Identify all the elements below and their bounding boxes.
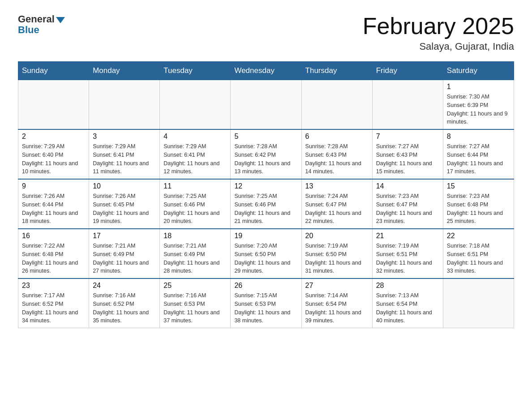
calendar-day-cell (18, 80, 89, 130)
day-info: Sunrise: 7:16 AMSunset: 6:53 PMDaylight:… (163, 291, 227, 325)
calendar-day-cell (372, 80, 443, 130)
day-number: 3 (93, 133, 156, 141)
day-number: 7 (376, 133, 439, 141)
calendar-day-cell: 3Sunrise: 7:29 AMSunset: 6:41 PMDaylight… (89, 129, 160, 179)
day-number: 11 (163, 182, 227, 190)
day-info: Sunrise: 7:22 AMSunset: 6:48 PMDaylight:… (22, 242, 85, 275)
day-info: Sunrise: 7:15 AMSunset: 6:53 PMDaylight:… (234, 291, 297, 325)
day-number: 26 (234, 282, 297, 290)
day-info: Sunrise: 7:29 AMSunset: 6:40 PMDaylight:… (22, 142, 85, 176)
day-number: 8 (447, 133, 510, 141)
weekday-header-wednesday: Wednesday (231, 62, 301, 80)
weekday-header-monday: Monday (89, 62, 160, 80)
day-number: 25 (163, 282, 227, 290)
day-info: Sunrise: 7:13 AMSunset: 6:54 PMDaylight:… (376, 291, 439, 325)
calendar-week-row: 16Sunrise: 7:22 AMSunset: 6:48 PMDayligh… (18, 229, 514, 278)
calendar-day-cell: 18Sunrise: 7:21 AMSunset: 6:49 PMDayligh… (160, 229, 231, 278)
day-info: Sunrise: 7:27 AMSunset: 6:44 PMDaylight:… (447, 142, 510, 176)
day-info: Sunrise: 7:23 AMSunset: 6:47 PMDaylight:… (376, 192, 439, 226)
calendar-day-cell: 5Sunrise: 7:28 AMSunset: 6:42 PMDaylight… (231, 129, 301, 179)
calendar-week-row: 1Sunrise: 7:30 AMSunset: 6:39 PMDaylight… (18, 80, 514, 130)
weekday-header-tuesday: Tuesday (160, 62, 231, 80)
day-info: Sunrise: 7:28 AMSunset: 6:42 PMDaylight:… (234, 142, 297, 176)
month-title: February 2025 (363, 13, 514, 39)
calendar-day-cell: 17Sunrise: 7:21 AMSunset: 6:49 PMDayligh… (89, 229, 160, 278)
logo-arrow-icon (56, 17, 65, 23)
day-number: 21 (376, 232, 439, 240)
day-number: 17 (93, 232, 156, 240)
calendar-day-cell: 23Sunrise: 7:17 AMSunset: 6:52 PMDayligh… (18, 278, 89, 328)
calendar-week-row: 9Sunrise: 7:26 AMSunset: 6:44 PMDaylight… (18, 179, 514, 229)
calendar-day-cell: 6Sunrise: 7:28 AMSunset: 6:43 PMDaylight… (301, 129, 372, 179)
day-number: 24 (93, 282, 156, 290)
day-number: 14 (376, 182, 439, 190)
weekday-header-saturday: Saturday (443, 62, 514, 80)
calendar-day-cell: 25Sunrise: 7:16 AMSunset: 6:53 PMDayligh… (160, 278, 231, 328)
calendar-day-cell (231, 80, 301, 130)
day-info: Sunrise: 7:21 AMSunset: 6:49 PMDaylight:… (163, 242, 227, 275)
weekday-header-friday: Friday (372, 62, 443, 80)
calendar-day-cell: 15Sunrise: 7:23 AMSunset: 6:48 PMDayligh… (443, 179, 514, 229)
day-info: Sunrise: 7:17 AMSunset: 6:52 PMDaylight:… (22, 291, 85, 325)
day-number: 16 (22, 232, 85, 240)
calendar-day-cell: 27Sunrise: 7:14 AMSunset: 6:54 PMDayligh… (301, 278, 372, 328)
day-number: 5 (234, 133, 297, 141)
weekday-header-row: SundayMondayTuesdayWednesdayThursdayFrid… (18, 62, 514, 80)
day-info: Sunrise: 7:25 AMSunset: 6:46 PMDaylight:… (163, 192, 227, 226)
calendar-day-cell: 1Sunrise: 7:30 AMSunset: 6:39 PMDaylight… (443, 80, 514, 130)
calendar-week-row: 2Sunrise: 7:29 AMSunset: 6:40 PMDaylight… (18, 129, 514, 179)
calendar-day-cell: 26Sunrise: 7:15 AMSunset: 6:53 PMDayligh… (231, 278, 301, 328)
calendar-day-cell: 8Sunrise: 7:27 AMSunset: 6:44 PMDaylight… (443, 129, 514, 179)
day-number: 13 (305, 182, 369, 190)
day-info: Sunrise: 7:19 AMSunset: 6:51 PMDaylight:… (376, 242, 439, 275)
day-number: 18 (163, 232, 227, 240)
day-number: 6 (305, 133, 369, 141)
calendar-day-cell: 16Sunrise: 7:22 AMSunset: 6:48 PMDayligh… (18, 229, 89, 278)
day-info: Sunrise: 7:19 AMSunset: 6:50 PMDaylight:… (305, 242, 369, 275)
day-info: Sunrise: 7:18 AMSunset: 6:51 PMDaylight:… (447, 242, 510, 275)
day-number: 2 (22, 133, 85, 141)
logo: General Blue (18, 13, 65, 36)
calendar-day-cell (160, 80, 231, 130)
calendar-day-cell: 24Sunrise: 7:16 AMSunset: 6:52 PMDayligh… (89, 278, 160, 328)
calendar-day-cell: 20Sunrise: 7:19 AMSunset: 6:50 PMDayligh… (301, 229, 372, 278)
day-info: Sunrise: 7:24 AMSunset: 6:47 PMDaylight:… (305, 192, 369, 226)
day-number: 28 (376, 282, 439, 290)
weekday-header-thursday: Thursday (301, 62, 372, 80)
calendar-day-cell: 7Sunrise: 7:27 AMSunset: 6:43 PMDaylight… (372, 129, 443, 179)
day-number: 4 (163, 133, 227, 141)
calendar-day-cell: 4Sunrise: 7:29 AMSunset: 6:41 PMDaylight… (160, 129, 231, 179)
logo-general-text: General (18, 13, 55, 25)
calendar-week-row: 23Sunrise: 7:17 AMSunset: 6:52 PMDayligh… (18, 278, 514, 328)
day-info: Sunrise: 7:26 AMSunset: 6:44 PMDaylight:… (22, 192, 85, 226)
calendar-day-cell: 12Sunrise: 7:25 AMSunset: 6:46 PMDayligh… (231, 179, 301, 229)
calendar-day-cell: 28Sunrise: 7:13 AMSunset: 6:54 PMDayligh… (372, 278, 443, 328)
calendar-day-cell: 19Sunrise: 7:20 AMSunset: 6:50 PMDayligh… (231, 229, 301, 278)
day-number: 23 (22, 282, 85, 290)
day-info: Sunrise: 7:14 AMSunset: 6:54 PMDaylight:… (305, 291, 369, 325)
calendar-table: SundayMondayTuesdayWednesdayThursdayFrid… (18, 61, 514, 328)
day-info: Sunrise: 7:30 AMSunset: 6:39 PMDaylight:… (447, 93, 510, 126)
day-info: Sunrise: 7:28 AMSunset: 6:43 PMDaylight:… (305, 142, 369, 176)
calendar-day-cell: 22Sunrise: 7:18 AMSunset: 6:51 PMDayligh… (443, 229, 514, 278)
calendar-day-cell: 21Sunrise: 7:19 AMSunset: 6:51 PMDayligh… (372, 229, 443, 278)
day-number: 22 (447, 232, 510, 240)
day-number: 19 (234, 232, 297, 240)
day-number: 12 (234, 182, 297, 190)
day-info: Sunrise: 7:27 AMSunset: 6:43 PMDaylight:… (376, 142, 439, 176)
day-number: 10 (93, 182, 156, 190)
calendar-day-cell: 9Sunrise: 7:26 AMSunset: 6:44 PMDaylight… (18, 179, 89, 229)
title-section: February 2025 Salaya, Gujarat, India (363, 13, 514, 52)
day-info: Sunrise: 7:25 AMSunset: 6:46 PMDaylight:… (234, 192, 297, 226)
weekday-header-sunday: Sunday (18, 62, 89, 80)
calendar-day-cell (301, 80, 372, 130)
day-info: Sunrise: 7:23 AMSunset: 6:48 PMDaylight:… (447, 192, 510, 226)
day-info: Sunrise: 7:20 AMSunset: 6:50 PMDaylight:… (234, 242, 297, 275)
logo-blue-text: Blue (18, 24, 39, 36)
day-info: Sunrise: 7:26 AMSunset: 6:45 PMDaylight:… (93, 192, 156, 226)
day-number: 15 (447, 182, 510, 190)
day-number: 9 (22, 182, 85, 190)
calendar-day-cell: 13Sunrise: 7:24 AMSunset: 6:47 PMDayligh… (301, 179, 372, 229)
calendar-day-cell (89, 80, 160, 130)
day-info: Sunrise: 7:29 AMSunset: 6:41 PMDaylight:… (93, 142, 156, 176)
